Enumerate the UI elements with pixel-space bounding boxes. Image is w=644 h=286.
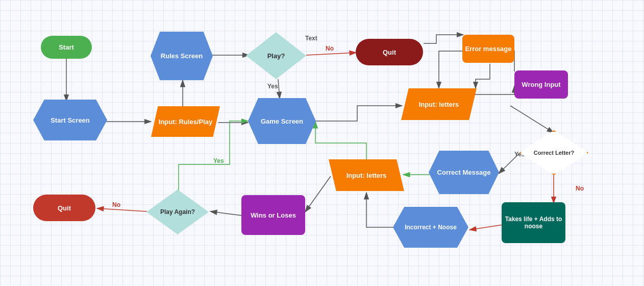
quit-bottom-label: Quit bbox=[58, 204, 71, 212]
correct-message-label: Correct Message bbox=[437, 169, 491, 176]
takes-life-label: Takes life + Adds to noose bbox=[502, 216, 565, 230]
svg-line-16 bbox=[210, 211, 242, 216]
input-letters-bottom-label: Input: letters bbox=[346, 172, 387, 179]
wrong-input-node: Wrong Input bbox=[514, 70, 568, 99]
label-no-top: No bbox=[326, 45, 334, 52]
label-yes-again: Yes bbox=[213, 157, 224, 164]
start-screen-label: Start Screen bbox=[51, 116, 90, 124]
incorrect-noose-label: Incorrect + Noose bbox=[405, 224, 457, 231]
input-letters-top-node: Input: letters bbox=[401, 88, 477, 120]
wins-loses-node: Wins or Loses bbox=[241, 195, 305, 235]
svg-line-11 bbox=[510, 106, 554, 133]
rules-screen-node: Rules Screen bbox=[151, 32, 213, 80]
error-message-node: Error message bbox=[462, 35, 514, 63]
play-again-diamond-node: Play Again? bbox=[146, 189, 209, 234]
label-no-correct: No bbox=[576, 185, 584, 192]
svg-line-15 bbox=[469, 225, 503, 230]
quit-top-node: Quit bbox=[356, 39, 423, 65]
game-screen-node: Game Screen bbox=[248, 98, 316, 144]
play-diamond-node: Play? bbox=[246, 32, 306, 79]
input-letters-bottom-node: Input: letters bbox=[329, 159, 404, 191]
input-rules-play-node: Input: Rules/Play bbox=[151, 106, 220, 137]
correct-message-node: Correct Message bbox=[429, 151, 499, 194]
play-diamond-label: Play? bbox=[267, 52, 285, 60]
input-letters-top-label: Input: letters bbox=[419, 101, 459, 108]
label-no-again: No bbox=[112, 201, 120, 208]
takes-life-node: Takes life + Adds to noose bbox=[502, 202, 565, 243]
start-node: Start bbox=[41, 36, 92, 59]
input-rules-play-label: Input: Rules/Play bbox=[159, 118, 212, 126]
start-screen-node: Start Screen bbox=[33, 100, 107, 140]
play-again-label: Play Again? bbox=[160, 208, 195, 216]
rules-screen-label: Rules Screen bbox=[161, 52, 203, 60]
game-screen-label: Game Screen bbox=[261, 117, 303, 125]
wins-loses-label: Wins or Loses bbox=[251, 211, 296, 219]
svg-line-9 bbox=[306, 53, 356, 55]
svg-line-10 bbox=[278, 79, 280, 99]
svg-line-18 bbox=[305, 176, 331, 212]
start-label: Start bbox=[59, 43, 74, 51]
quit-bottom-node: Quit bbox=[33, 195, 95, 221]
label-yes-top: Yes bbox=[267, 83, 278, 90]
quit-top-label: Quit bbox=[383, 49, 396, 56]
flowchart: Text No Yes Yes No No Yes Start Start Sc… bbox=[0, 0, 644, 286]
error-message-label: Error message bbox=[465, 45, 511, 53]
correct-letter-label: Correct Letter? bbox=[534, 150, 574, 156]
incorrect-noose-node: Incorrect + Noose bbox=[393, 207, 468, 248]
wrong-input-label: Wrong Input bbox=[522, 81, 560, 88]
correct-letter-diamond-node: Correct Letter? bbox=[519, 130, 588, 175]
label-text: Text bbox=[305, 35, 317, 42]
svg-line-17 bbox=[97, 208, 147, 211]
